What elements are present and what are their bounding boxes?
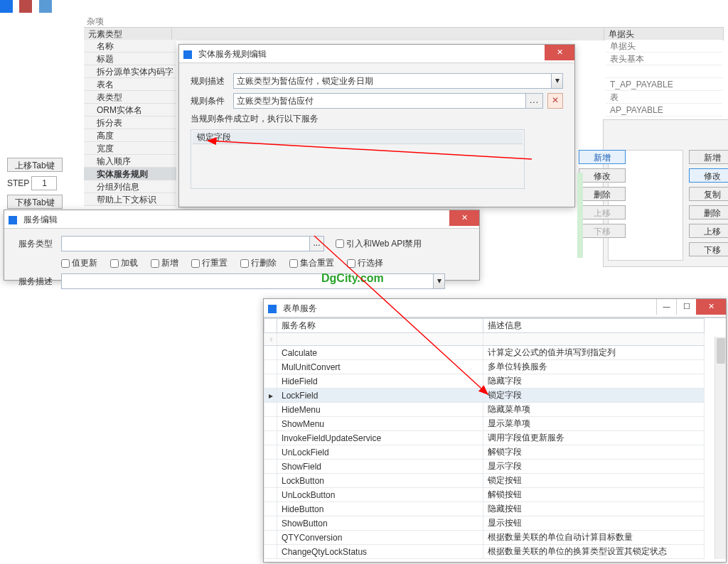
move-down-button[interactable]: 下移	[689, 242, 728, 256]
add-button[interactable]: 新增	[579, 150, 626, 164]
row-marker	[264, 516, 277, 531]
table-row[interactable]: UnLockButton解锁按钮	[264, 488, 705, 502]
rule-caption: 当规则条件成立时，执行以下服务	[191, 113, 563, 125]
close-icon[interactable]	[696, 299, 726, 315]
move-up-button[interactable]: 上移	[579, 205, 626, 219]
chk-row-reset[interactable]	[191, 259, 200, 268]
maximize-icon[interactable]	[676, 299, 696, 315]
prop-row[interactable]: 帮助上下文标识	[84, 193, 176, 206]
chk-value-update[interactable]	[61, 259, 70, 268]
service-desc-input[interactable]	[61, 273, 445, 289]
prop-row[interactable]: 名称	[84, 40, 176, 53]
table-row[interactable]	[193, 174, 523, 187]
prop-val[interactable]	[606, 65, 722, 78]
prop-row[interactable]: 表名	[84, 78, 176, 91]
table-row[interactable]	[193, 146, 523, 158]
prop-row[interactable]: 标题	[84, 53, 176, 65]
rule-desc-label: 规则描述	[191, 75, 233, 87]
prop-row[interactable]: ORM实体名	[84, 104, 176, 116]
api-disable-checkbox[interactable]	[336, 239, 344, 248]
scroll-thumb[interactable]	[717, 338, 725, 364]
cell-description: 隐藏按钮	[483, 502, 705, 516]
toolbar	[0, 0, 71, 14]
col-description[interactable]: 描述信息	[483, 319, 705, 333]
table-row[interactable]: HideButton隐藏按钮	[264, 502, 705, 516]
service-desc-label: 服务描述	[18, 276, 61, 288]
filter-description[interactable]	[483, 333, 705, 346]
edit-button[interactable]: 修改	[579, 168, 626, 183]
copy-button[interactable]: 复制	[689, 187, 728, 201]
dropdown-icon[interactable]	[551, 74, 562, 88]
add-button[interactable]: 新增	[689, 150, 728, 164]
close-icon[interactable]	[545, 45, 574, 60]
cell-service-name: LockButton	[277, 474, 483, 488]
delete-button[interactable]: 删除	[579, 187, 626, 201]
table-row[interactable]: QTYConversion根据数量关联的单位自动计算目标数量	[264, 531, 705, 545]
dialog-title: 表单服务	[283, 303, 317, 313]
document-icon[interactable]	[39, 0, 52, 13]
cell-service-name: Calculate	[277, 346, 483, 360]
filter-icon[interactable]: ♀	[264, 333, 277, 346]
edit-button[interactable]: 修改	[689, 168, 728, 183]
table-row[interactable]: ShowButton显示按钮	[264, 516, 705, 531]
rule-cond-input[interactable]: 立账类型为暂估应付 ...	[233, 93, 543, 109]
prop-row[interactable]: 表类型	[84, 91, 176, 104]
table-row[interactable]: HideField隐藏字段	[264, 374, 705, 389]
cell-description: 解锁字段	[483, 445, 705, 460]
rule-desc-input[interactable]: 立账类型为暂估应付，锁定业务日期	[233, 73, 563, 89]
delete-button[interactable]: 删除	[689, 205, 728, 219]
table-row[interactable]: InvokeFieldUpdateService调用字段值更新服务	[264, 431, 705, 445]
col-service-name[interactable]: 服务名称	[277, 319, 483, 333]
prop-val[interactable]: 单据头	[606, 40, 722, 53]
row-marker	[264, 502, 277, 516]
chk-row-select[interactable]	[347, 259, 355, 268]
prop-val[interactable]: AP_PAYABLE	[606, 104, 722, 116]
table-row[interactable]: ShowField显示字段	[264, 460, 705, 474]
table-row[interactable]: ShowMenu显示菜单项	[264, 417, 705, 431]
table-row[interactable]: Calculate计算定义公式的值并填写到指定列	[264, 346, 705, 360]
close-icon[interactable]	[449, 210, 479, 226]
table-row[interactable]: ▸LockField锁定字段	[264, 389, 705, 403]
ellipsis-icon[interactable]: ...	[309, 237, 323, 251]
minimize-icon[interactable]	[656, 299, 676, 315]
chk-add[interactable]	[151, 259, 159, 268]
chk-row-delete[interactable]	[240, 259, 249, 268]
move-up-button[interactable]: 上移	[689, 224, 728, 238]
prop-val[interactable]: T_AP_PAYABLE	[606, 78, 722, 91]
tab-down-button[interactable]: 下移Tab键	[7, 195, 63, 209]
chk-collection-reset[interactable]	[289, 259, 298, 268]
prop-row-selected[interactable]: 实体服务规则	[84, 168, 176, 180]
table-row[interactable]: HideMenu隐藏菜单项	[264, 403, 705, 417]
prop-val[interactable]: 表头基本	[606, 53, 722, 65]
property-names: 名称 标题 拆分源单实体内码字 表名 表类型 ORM实体名 拆分表 高度 宽度 …	[84, 40, 176, 206]
service-edit-dialog: 服务编辑 服务类型 ... 引入和Web API禁用 值更新 加载 新增 行重置…	[4, 210, 480, 281]
scrollbar[interactable]	[714, 337, 726, 559]
delete-icon[interactable]	[19, 0, 32, 13]
table-row[interactable]: LockButton锁定按钮	[264, 474, 705, 488]
prop-row[interactable]: 宽度	[84, 142, 176, 155]
clear-icon[interactable]: ✕	[547, 93, 563, 109]
ellipsis-icon[interactable]: ...	[525, 94, 542, 108]
prop-header-element-type: 元素类型	[84, 28, 172, 40]
tab-up-button[interactable]: 上移Tab键	[7, 158, 63, 172]
prop-row[interactable]: 输入顺序	[84, 155, 176, 168]
watermark: DgCity.com	[321, 272, 384, 285]
prop-row[interactable]: 高度	[84, 129, 176, 142]
table-row[interactable]: ChangeQtyLockStatus根据数量关联的单位的换算类型设置其锁定状态	[264, 545, 705, 559]
step-input[interactable]	[31, 176, 57, 190]
prop-row[interactable]: 拆分源单实体内码字	[84, 65, 176, 78]
cell-description: 多单位转换服务	[483, 360, 705, 374]
chk-load[interactable]	[110, 259, 119, 268]
row-marker-col	[264, 319, 277, 333]
table-row[interactable]	[193, 160, 523, 173]
table-row[interactable]: UnLockField解锁字段	[264, 445, 705, 460]
table-row[interactable]: MulUnitConvert多单位转换服务	[264, 360, 705, 374]
prop-row[interactable]: 拆分表	[84, 116, 176, 129]
prop-row[interactable]: 分组列信息	[84, 180, 176, 193]
service-type-input[interactable]: ...	[61, 236, 324, 251]
save-icon[interactable]	[0, 0, 13, 13]
prop-val[interactable]: 表	[606, 91, 722, 104]
filter-service-name[interactable]	[277, 333, 483, 346]
move-down-button[interactable]: 下移	[579, 224, 626, 238]
dropdown-icon[interactable]	[433, 274, 444, 288]
